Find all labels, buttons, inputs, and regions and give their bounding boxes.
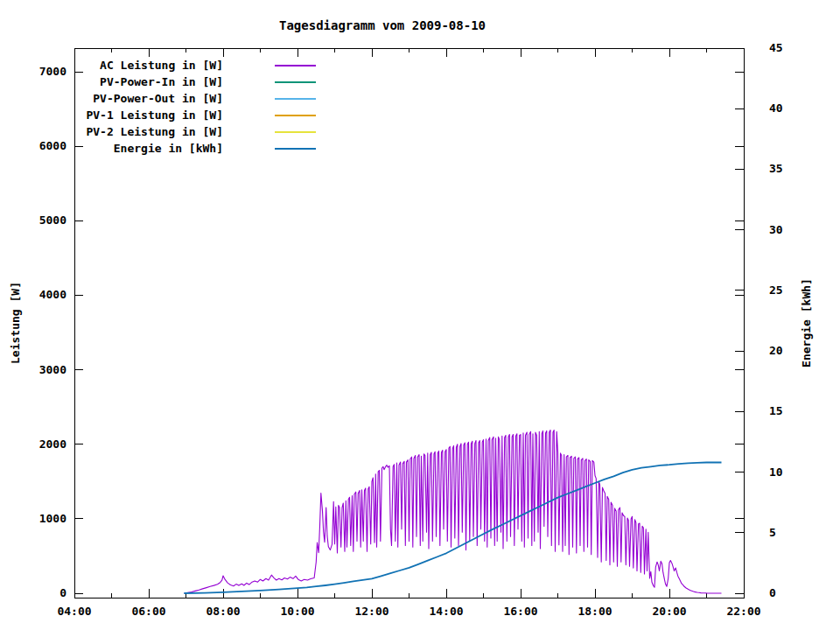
- x-tick-label: 12:00: [354, 605, 388, 618]
- legend-label: Energie in [kWh]: [74, 142, 223, 155]
- legend-item-pv-power-out: PV-Power-Out in [W]: [74, 90, 316, 107]
- series-line-energie: [184, 463, 721, 594]
- y-axis-left-label: Leistung [W]: [9, 282, 22, 364]
- legend-line-swatch: [275, 148, 316, 150]
- y-right-tick-label: 20: [769, 344, 783, 357]
- legend-line-swatch: [275, 131, 316, 133]
- x-tick-label: 14:00: [429, 605, 463, 618]
- legend-item-energie: Energie in [kWh]: [74, 140, 316, 157]
- chart-canvas: Tagesdiagramm vom 2009-08-10 04:0006:000…: [0, 0, 840, 630]
- legend-line-swatch: [275, 65, 316, 66]
- legend-label: PV-Power-In in [W]: [74, 75, 223, 88]
- x-tick-label: 10:00: [280, 605, 314, 618]
- y-right-tick-label: 35: [769, 162, 783, 175]
- y-right-tick-label: 15: [769, 404, 783, 417]
- x-tick-label: 16:00: [503, 605, 537, 618]
- x-tick-label: 20:00: [652, 605, 686, 618]
- legend-label: PV-1 Leistung in [W]: [74, 108, 223, 122]
- y-right-tick-label: 45: [769, 41, 783, 54]
- y-right-tick-label: 25: [769, 284, 783, 297]
- x-tick-label: 18:00: [578, 605, 612, 618]
- legend-label: PV-2 Leistung in [W]: [74, 125, 223, 138]
- legend-line-swatch: [275, 115, 316, 116]
- legend: AC Leistung in [W] PV-Power-In in [W] PV…: [74, 57, 316, 157]
- y-right-tick-label: 5: [769, 526, 776, 539]
- legend-item-pv2-leistung: PV-2 Leistung in [W]: [74, 123, 316, 140]
- legend-line-swatch: [275, 98, 316, 100]
- y-right-tick-label: 10: [769, 466, 783, 479]
- y-right-tick-label: 30: [769, 223, 783, 236]
- y-right-tick-label: 0: [769, 586, 776, 599]
- y-left-tick-label: 4000: [39, 288, 66, 301]
- y-axis-right-label: Energie [kWh]: [800, 278, 813, 368]
- y-left-tick-label: 3000: [39, 363, 66, 376]
- legend-item-pv-power-in: PV-Power-In in [W]: [74, 74, 316, 90]
- x-tick-label: 22:00: [726, 605, 760, 618]
- y-left-tick-label: 6000: [39, 139, 66, 152]
- legend-line-swatch: [275, 81, 316, 83]
- series-line-ac-leistung: [184, 430, 721, 594]
- y-left-tick-label: 1000: [39, 512, 66, 525]
- y-left-tick-label: 7000: [39, 65, 66, 78]
- y-left-tick-label: 2000: [39, 438, 66, 451]
- x-tick-label: 06:00: [131, 605, 165, 618]
- legend-label: PV-Power-Out in [W]: [74, 92, 223, 105]
- legend-label: AC Leistung in [W]: [74, 59, 223, 72]
- legend-item-pv1-leistung: PV-1 Leistung in [W]: [74, 107, 316, 123]
- y-right-tick-label: 40: [769, 102, 783, 115]
- y-left-tick-label: 5000: [39, 214, 66, 227]
- x-tick-label: 08:00: [206, 605, 240, 618]
- y-left-tick-label: 0: [60, 586, 66, 599]
- x-tick-label: 04:00: [57, 605, 91, 618]
- legend-item-ac-leistung: AC Leistung in [W]: [74, 57, 316, 74]
